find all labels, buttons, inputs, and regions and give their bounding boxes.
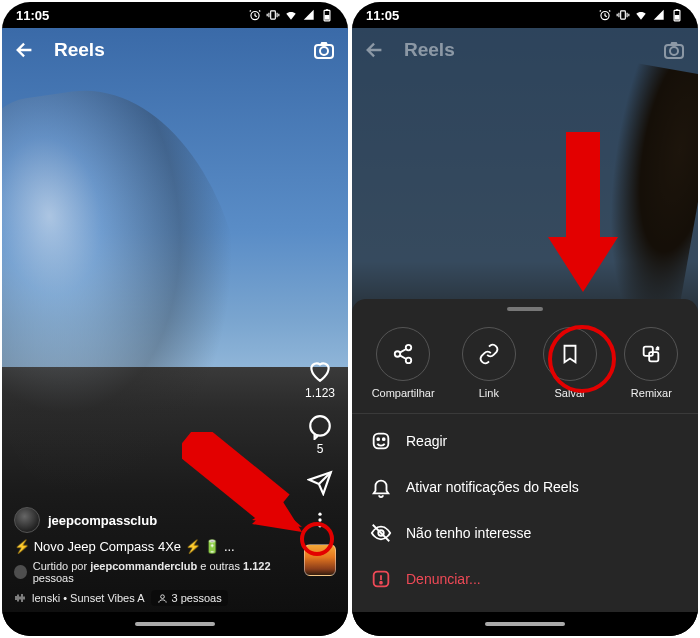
phone-left: 11:05 Reels 1.123 5 [2, 2, 348, 636]
svg-rect-20 [675, 15, 680, 20]
person-icon [157, 593, 168, 604]
save-button[interactable]: Salvar [543, 327, 597, 399]
svg-rect-15 [24, 597, 25, 600]
reel-actions: 1.123 5 [304, 358, 336, 576]
app-header-dim: Reels [352, 28, 698, 72]
more-icon [310, 510, 330, 530]
alarm-icon [598, 8, 612, 22]
battery-icon [670, 8, 684, 22]
wifi-icon [284, 8, 298, 22]
back-icon [364, 39, 386, 61]
svg-point-26 [406, 358, 412, 364]
comment-count: 5 [317, 442, 324, 456]
android-nav[interactable] [352, 612, 698, 636]
svg-point-30 [377, 438, 379, 440]
back-icon[interactable] [14, 39, 36, 61]
svg-rect-3 [325, 15, 330, 20]
sheet-quick-actions: Compartilhar Link Salvar Remixar [352, 321, 698, 414]
alarm-icon [248, 8, 262, 22]
battery-icon [320, 8, 334, 22]
audio-row[interactable]: lenski • Sunset Vibes A 3 pessoas [14, 590, 288, 606]
status-bar: 11:05 [2, 2, 348, 28]
like-action[interactable]: 1.123 [305, 358, 335, 400]
comment-action[interactable]: 5 [307, 414, 333, 456]
caption[interactable]: ⚡ Novo Jeep Compass 4Xe ⚡ 🔋 ... [14, 539, 288, 554]
svg-point-16 [160, 594, 164, 598]
reel-info: jeepcompassclub ⚡ Novo Jeep Compass 4Xe … [14, 507, 288, 606]
comment-icon [307, 414, 333, 440]
signal-icon [302, 8, 316, 22]
link-icon [478, 343, 500, 365]
camera-icon[interactable] [312, 38, 336, 62]
like-count: 1.123 [305, 386, 335, 400]
car-reflection [2, 72, 269, 504]
svg-rect-12 [18, 595, 19, 602]
audio-icon [14, 592, 26, 604]
status-bar: 11:05 [352, 2, 698, 28]
camera-icon [662, 38, 686, 62]
react-item[interactable]: Reagir [352, 418, 698, 464]
android-nav[interactable] [2, 612, 348, 636]
phone-right: 11:05 Reels Compartilhar [352, 2, 698, 636]
liker-avatar [14, 565, 27, 579]
svg-rect-4 [326, 9, 328, 10]
vibrate-icon [616, 8, 630, 22]
svg-rect-21 [676, 9, 678, 10]
svg-point-10 [318, 524, 321, 527]
link-button[interactable]: Link [462, 327, 516, 399]
not-interested-item[interactable]: Não tenho interesse [352, 510, 698, 556]
app-header: Reels [2, 28, 348, 72]
svg-point-25 [395, 351, 401, 357]
svg-point-6 [320, 47, 328, 55]
vibrate-icon [266, 8, 280, 22]
bookmark-icon [559, 343, 581, 365]
share-icon [392, 343, 414, 365]
eye-off-icon [370, 522, 392, 544]
clock: 11:05 [366, 8, 399, 23]
react-icon [370, 430, 392, 452]
header-title: Reels [404, 39, 455, 61]
more-action[interactable] [310, 510, 330, 530]
report-item[interactable]: Denunciar... [352, 556, 698, 602]
heart-icon [307, 358, 333, 384]
svg-rect-13 [20, 597, 21, 600]
options-sheet: Compartilhar Link Salvar Remixar [352, 299, 698, 612]
bell-icon [370, 476, 392, 498]
wifi-icon [634, 8, 648, 22]
audio-thumbnail[interactable] [304, 544, 336, 576]
username: jeepcompassclub [48, 513, 157, 528]
svg-point-7 [310, 416, 330, 436]
remix-icon [640, 343, 662, 365]
svg-point-9 [318, 518, 321, 521]
report-icon [370, 568, 392, 590]
share-action[interactable] [307, 470, 333, 496]
status-icons [598, 8, 684, 22]
svg-point-31 [383, 438, 385, 440]
user-row[interactable]: jeepcompassclub [14, 507, 288, 533]
tagged-people-chip[interactable]: 3 pessoas [151, 590, 228, 606]
svg-rect-18 [621, 11, 626, 19]
header-title: Reels [54, 39, 105, 61]
remix-button[interactable]: Remixar [624, 327, 678, 399]
liked-by[interactable]: Curtido por jeepcommanderclub e outras 1… [14, 560, 288, 584]
status-icons [248, 8, 334, 22]
sheet-grabber[interactable] [507, 307, 543, 311]
svg-rect-11 [16, 596, 17, 600]
svg-rect-1 [271, 11, 276, 19]
clock: 11:05 [16, 8, 49, 23]
share-button[interactable]: Compartilhar [372, 327, 435, 399]
svg-point-24 [406, 345, 412, 351]
avatar [14, 507, 40, 533]
signal-icon [652, 8, 666, 22]
send-icon [307, 470, 333, 496]
svg-point-23 [670, 47, 678, 55]
sheet-list: Reagir Ativar notificações do Reels Não … [352, 414, 698, 606]
notifications-item[interactable]: Ativar notificações do Reels [352, 464, 698, 510]
svg-point-34 [380, 582, 382, 584]
svg-rect-14 [22, 594, 23, 602]
svg-point-8 [318, 513, 321, 516]
